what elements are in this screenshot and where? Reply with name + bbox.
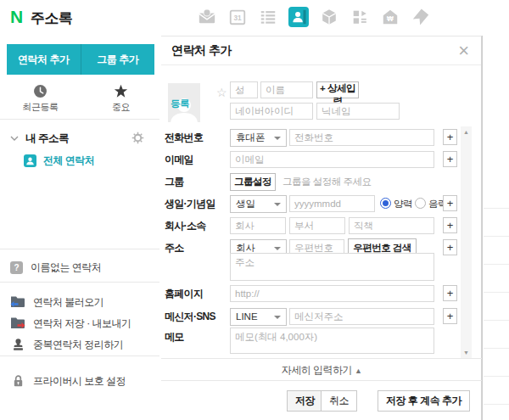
- sidebar-divider: [0, 249, 159, 249]
- save-and-continue-button[interactable]: 저장 후 계속 추가: [378, 390, 470, 412]
- modal-header: 연락처 추가 ×: [161, 36, 481, 65]
- detail-input-toggle[interactable]: 자세히 입력하기 ▲: [161, 358, 482, 381]
- group-hint: 그룹을 설정해 주세요: [282, 176, 371, 188]
- dropdown-arrow-icon: [274, 316, 281, 319]
- sidebar-divider: [0, 356, 159, 356]
- save-button[interactable]: 저장: [287, 390, 323, 412]
- add-birthday-button[interactable]: +: [443, 195, 457, 211]
- sidebar-item-unnamed-contacts[interactable]: ? 이름없는 연락처: [0, 258, 161, 277]
- question-badge-icon: ?: [10, 261, 23, 274]
- birthday-type-value: 생일: [236, 199, 255, 209]
- last-name-input[interactable]: [230, 81, 258, 98]
- messenger-input[interactable]: [289, 308, 434, 325]
- phone-type-value: 휴대폰: [236, 132, 266, 143]
- modal-scrollbar[interactable]: ▲ ▼: [461, 126, 472, 358]
- phone-row: 전화번호 휴대폰 +: [161, 128, 482, 147]
- cancel-button[interactable]: 취소: [321, 390, 357, 412]
- group-label: 그룹: [165, 175, 229, 189]
- recent-label: 최근등록: [0, 101, 81, 114]
- memo-list-icon[interactable]: [258, 7, 278, 27]
- sidebar-item-import-contacts[interactable]: 연락처 불러오기: [0, 293, 161, 311]
- add-phone-button[interactable]: +: [443, 129, 457, 145]
- import-contacts-label: 연락처 불러오기: [33, 295, 103, 310]
- email-label: 이메일: [165, 153, 229, 167]
- chevron-down-icon[interactable]: [10, 136, 19, 142]
- contact-form: 등록 ☆ + 상세입력 전화번호 휴대폰 + 이메일: [161, 65, 482, 358]
- contacts-icon-active[interactable]: [288, 7, 309, 27]
- department-input[interactable]: [289, 217, 345, 234]
- scroll-up-icon[interactable]: ▲: [463, 129, 469, 135]
- job-title-input[interactable]: [349, 217, 434, 234]
- my-addressbook-label: 내 주소록: [25, 132, 69, 146]
- group-set-button[interactable]: 그룹설정: [230, 173, 276, 191]
- naver-logo[interactable]: N: [10, 7, 23, 27]
- sidebar-item-my-addressbook[interactable]: 내 주소록: [0, 129, 161, 148]
- birthday-input[interactable]: [289, 195, 375, 212]
- address-type-value: 회사: [236, 243, 255, 253]
- solar-label: 양력: [394, 198, 412, 210]
- close-icon[interactable]: ×: [458, 38, 469, 64]
- important-contacts-shortcut[interactable]: 중요: [81, 83, 161, 117]
- messenger-label: 메신저·SNS: [165, 310, 229, 324]
- address-textarea[interactable]: [230, 253, 434, 281]
- birthday-row: 생일·기념일 생일 양력 음력 +: [161, 194, 482, 213]
- folder-import-icon: [10, 295, 25, 309]
- email-row: 이메일 +: [161, 150, 482, 169]
- phone-type-select[interactable]: 휴대폰: [230, 129, 287, 147]
- detail-name-button[interactable]: + 상세입력: [316, 81, 359, 98]
- apps-grid-icon[interactable]: [350, 7, 370, 27]
- sidebar-item-privacy-settings[interactable]: 프라이버시 보호 설정: [0, 372, 161, 390]
- all-contacts-label: 전체 연락처: [43, 154, 94, 168]
- page-title[interactable]: 주소록: [31, 8, 73, 28]
- stamp-icon: [10, 338, 25, 351]
- background-table-rows: [484, 208, 509, 420]
- naver-id-input[interactable]: [230, 103, 313, 120]
- company-label: 회사·소속: [165, 219, 229, 233]
- homepage-input[interactable]: [230, 285, 434, 302]
- add-email-button[interactable]: +: [443, 151, 457, 167]
- add-contact-button[interactable]: 연락처 추가: [7, 44, 81, 75]
- clock-icon: [0, 83, 81, 98]
- phone-input[interactable]: [289, 129, 434, 146]
- sidebar-item-all-contacts[interactable]: 전체 연락처: [0, 151, 161, 170]
- dropdown-arrow-icon: [274, 247, 281, 250]
- add-company-button[interactable]: +: [443, 217, 457, 233]
- top-icon-row: 31: [197, 7, 431, 29]
- first-name-input[interactable]: [260, 81, 313, 98]
- add-homepage-button[interactable]: +: [443, 285, 457, 301]
- sidebar-item-dedupe-contacts[interactable]: 중복연락처 정리하기: [0, 335, 161, 354]
- add-address-button[interactable]: +: [443, 239, 457, 255]
- lunar-radio[interactable]: [415, 198, 426, 209]
- messenger-row: 메신저·SNS LINE +: [161, 307, 482, 326]
- memo-textarea[interactable]: [230, 328, 434, 354]
- naver-addressbook-app: N 주소록 31: [0, 0, 509, 420]
- calendar-icon[interactable]: 31: [227, 7, 248, 27]
- company-row: 회사·소속 +: [161, 216, 482, 235]
- recent-contacts-shortcut[interactable]: 최근등록: [0, 83, 81, 117]
- birthday-type-select[interactable]: 생일: [230, 195, 287, 213]
- gear-icon[interactable]: [131, 132, 144, 144]
- pay-home-icon[interactable]: ₩: [380, 7, 400, 27]
- homepage-row: 홈페이지 +: [161, 284, 482, 303]
- scroll-down-icon[interactable]: ▼: [463, 350, 469, 356]
- bookmark-flag-icon[interactable]: [411, 7, 431, 27]
- folder-export-icon: [10, 316, 25, 330]
- photo-upload[interactable]: 등록: [168, 83, 200, 122]
- box-cube-icon[interactable]: [319, 7, 339, 27]
- phone-label: 전화번호: [165, 131, 229, 145]
- favorite-star-icon[interactable]: ☆: [216, 86, 227, 99]
- add-messenger-button[interactable]: +: [443, 308, 457, 324]
- company-input[interactable]: [230, 217, 286, 234]
- mail-icon[interactable]: [197, 7, 217, 27]
- privacy-settings-label: 프라이버시 보호 설정: [33, 374, 126, 389]
- messenger-type-select[interactable]: LINE: [230, 308, 287, 326]
- add-group-button[interactable]: 그룹 추가: [81, 44, 155, 75]
- collapse-arrow-icon: ▲: [355, 367, 361, 375]
- solar-radio[interactable]: [380, 198, 391, 209]
- memo-label: 메모: [165, 330, 229, 344]
- sidebar-item-export-contacts[interactable]: 연락처 저장 · 내보내기: [0, 314, 161, 333]
- nickname-input[interactable]: [316, 103, 400, 120]
- email-input[interactable]: [230, 151, 434, 168]
- contact-badge-icon: [24, 154, 36, 167]
- birthday-label: 생일·기념일: [165, 197, 229, 211]
